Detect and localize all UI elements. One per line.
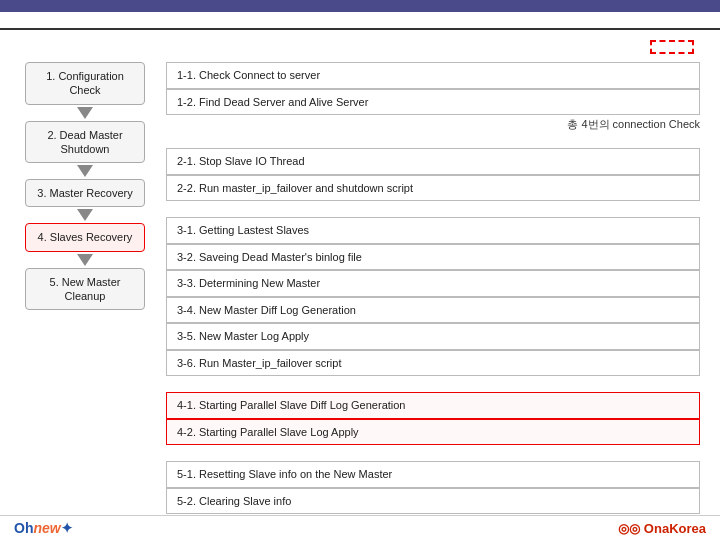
arrow-2	[77, 165, 93, 177]
logo-left: Ohnew✦	[14, 520, 73, 536]
spacer-2	[166, 201, 700, 215]
step-group-3: 3-1. Getting Lastest Slaves3-2. Saveing …	[166, 217, 700, 390]
legend-dashed-box	[650, 40, 694, 54]
step-box-3: 3. Master Recovery	[25, 179, 145, 207]
detail-3-2: 3-2. Saveing Dead Master's binlog file	[166, 244, 700, 271]
logo-right: ◎◎ OnaKorea	[618, 521, 706, 536]
step-note-1: 총 4번의 connection Check	[166, 115, 700, 132]
arrow-4	[77, 254, 93, 266]
spacer-4	[166, 445, 700, 459]
spacer-1	[166, 132, 700, 146]
detail-5-2: 5-2. Clearing Slave info	[166, 488, 700, 515]
legend	[650, 40, 700, 54]
arrow-3	[77, 209, 93, 221]
detail-2-1: 2-1. Stop Slave IO Thread	[166, 148, 700, 175]
content-area: 1. Configuration Check2. Dead Master Shu…	[0, 62, 720, 516]
main-title	[0, 12, 720, 30]
step-box-2: 2. Dead Master Shutdown	[25, 121, 145, 164]
detail-5-1: 5-1. Resetting Slave info on the New Mas…	[166, 461, 700, 488]
step-box-4: 4. Slaves Recovery	[25, 223, 145, 251]
right-column: 1-1. Check Connect to server1-2. Find De…	[166, 62, 700, 516]
spacer-3	[166, 376, 700, 390]
detail-3-4: 3-4. New Master Diff Log Generation	[166, 297, 700, 324]
detail-1-2: 1-2. Find Dead Server and Alive Server	[166, 89, 700, 116]
arrow-1	[77, 107, 93, 119]
step-group-1: 1-1. Check Connect to server1-2. Find De…	[166, 62, 700, 146]
step-group-4: 4-1. Starting Parallel Slave Diff Log Ge…	[166, 392, 700, 459]
bottom-bar: Ohnew✦ ◎◎ OnaKorea	[0, 515, 720, 540]
detail-2-2: 2-2. Run master_ip_failover and shutdown…	[166, 175, 700, 202]
detail-3-6: 3-6. Run Master_ip_failover script	[166, 350, 700, 377]
step-box-5: 5. New Master Cleanup	[25, 268, 145, 311]
detail-3-3: 3-3. Determining New Master	[166, 270, 700, 297]
detail-3-1: 3-1. Getting Lastest Slaves	[166, 217, 700, 244]
detail-4-1: 4-1. Starting Parallel Slave Diff Log Ge…	[166, 392, 700, 419]
step-box-1: 1. Configuration Check	[25, 62, 145, 105]
detail-4-2: 4-2. Starting Parallel Slave Log Apply	[166, 419, 700, 446]
detail-1-1: 1-1. Check Connect to server	[166, 62, 700, 89]
detail-3-5: 3-5. New Master Log Apply	[166, 323, 700, 350]
step-group-2: 2-1. Stop Slave IO Thread2-2. Run master…	[166, 148, 700, 215]
step-group-5: 5-1. Resetting Slave info on the New Mas…	[166, 461, 700, 514]
left-column: 1. Configuration Check2. Dead Master Shu…	[20, 62, 150, 516]
top-bar	[0, 0, 720, 12]
